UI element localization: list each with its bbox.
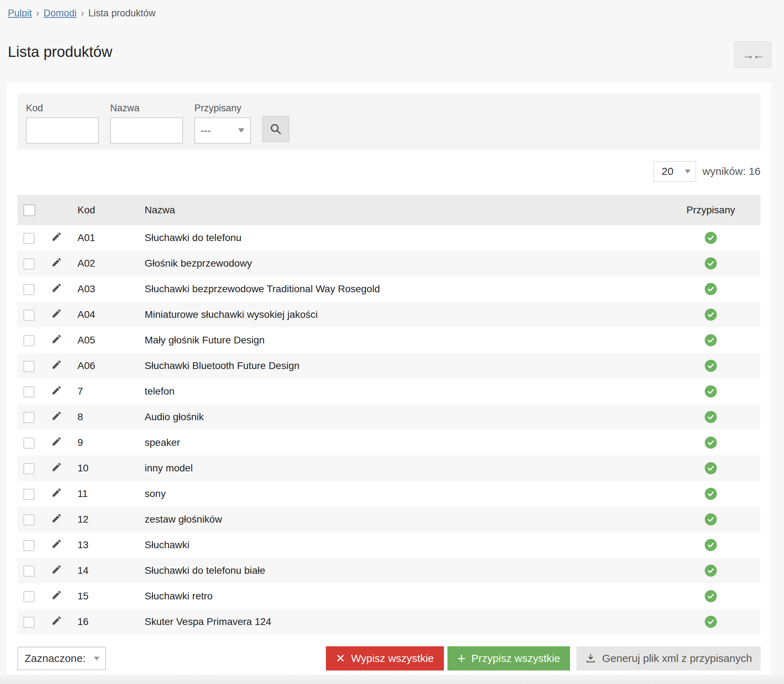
product-code: 8 — [75, 404, 142, 430]
edit-pencil-icon[interactable] — [51, 231, 62, 242]
edit-pencil-icon[interactable] — [51, 487, 62, 498]
product-name: speaker — [142, 430, 661, 455]
edit-pencil-icon[interactable] — [51, 410, 62, 421]
collapse-panel-button[interactable]: →← — [734, 42, 771, 68]
row-checkbox[interactable] — [23, 284, 34, 295]
breadcrumb-current: Lista produktów — [89, 8, 156, 19]
product-code: 14 — [75, 558, 142, 583]
table-row: A05 Mały głośnik Future Design — [18, 327, 761, 353]
product-name: Słuchawki — [142, 532, 661, 558]
nazwa-label: Nazwa — [110, 103, 183, 114]
row-checkbox[interactable] — [23, 361, 34, 372]
assigned-check-icon — [705, 488, 717, 500]
page-footer-strip — [0, 675, 784, 684]
product-table: Kod Nazwa Przypisany A01 Słuchawki do te… — [18, 195, 761, 635]
row-checkbox[interactable] — [23, 515, 34, 526]
product-name: Mały głośnik Future Design — [142, 327, 661, 353]
product-name: Słuchawki do telefonu — [142, 225, 661, 251]
header-kod: Kod — [75, 195, 142, 225]
edit-pencil-icon[interactable] — [51, 359, 62, 370]
product-code: A01 — [75, 225, 142, 251]
row-checkbox[interactable] — [23, 540, 34, 551]
filter-field-nazwa: Nazwa — [110, 103, 183, 144]
product-code: 15 — [75, 583, 142, 609]
chevron-down-icon — [685, 169, 691, 174]
edit-pencil-icon[interactable] — [51, 308, 62, 319]
row-checkbox[interactable] — [23, 258, 34, 269]
filter-field-przypisany: Przypisany --- — [195, 103, 251, 144]
row-checkbox[interactable] — [23, 310, 34, 321]
przypisany-select[interactable]: --- — [195, 117, 251, 144]
assigned-check-icon — [705, 437, 717, 448]
search-button[interactable] — [262, 116, 289, 142]
page-title: Lista produktów — [8, 44, 112, 60]
row-checkbox[interactable] — [23, 386, 34, 397]
product-code: A06 — [75, 353, 142, 379]
generate-xml-label: Generuj plik xml z przypisanych — [602, 652, 752, 665]
assigned-check-icon — [705, 513, 717, 526]
download-icon — [585, 653, 596, 664]
breadcrumb-link-pulpit[interactable]: Pulpit — [8, 8, 32, 19]
edit-pencil-icon[interactable] — [51, 538, 62, 549]
search-icon — [269, 123, 282, 136]
table-row: 9 speaker — [18, 430, 761, 455]
edit-pencil-icon[interactable] — [51, 334, 62, 345]
row-checkbox[interactable] — [23, 438, 34, 448]
product-code: A03 — [75, 276, 142, 302]
actions-bar: Zaznaczone: ✕ Wypisz wszystkie + Przypis… — [18, 646, 761, 671]
unassign-all-button[interactable]: ✕ Wypisz wszystkie — [326, 646, 444, 671]
edit-pencil-icon[interactable] — [51, 461, 62, 473]
edit-pencil-icon[interactable] — [51, 513, 62, 524]
row-checkbox[interactable] — [23, 335, 34, 346]
product-code: 12 — [75, 507, 142, 532]
table-row: 11 sony — [18, 481, 761, 507]
row-checkbox[interactable] — [23, 566, 34, 577]
assigned-check-icon — [705, 386, 717, 397]
product-name: Audio głośnik — [142, 404, 661, 430]
page-size-select[interactable]: 20 — [653, 161, 696, 182]
product-code: A05 — [75, 327, 142, 353]
kod-input[interactable] — [26, 117, 99, 144]
generate-xml-button[interactable]: Generuj plik xml z przypisanych — [576, 646, 761, 671]
product-name: inny model — [142, 455, 661, 481]
pagination-row: 20 wyników: 16 — [18, 161, 761, 182]
product-name: Słuchawki Bluetooth Future Design — [142, 353, 661, 379]
table-row: A01 Słuchawki do telefonu — [18, 225, 761, 251]
breadcrumb-link-domodi[interactable]: Domodi — [44, 8, 77, 19]
unassign-all-label: Wypisz wszystkie — [351, 652, 434, 665]
select-all-checkbox[interactable] — [23, 205, 35, 216]
row-checkbox[interactable] — [23, 489, 34, 500]
results-count: wyników: 16 — [703, 165, 761, 177]
assigned-check-icon — [705, 590, 717, 602]
edit-pencil-icon[interactable] — [51, 436, 62, 447]
product-code: 11 — [75, 481, 142, 507]
table-row: 14 Słuchawki do telefonu białe — [18, 558, 761, 583]
selected-actions-select[interactable]: Zaznaczone: — [18, 647, 106, 670]
edit-pencil-icon[interactable] — [51, 589, 62, 600]
assigned-check-icon — [705, 308, 717, 321]
breadcrumb-separator: › — [81, 8, 84, 19]
product-name: Skuter Vespa Primavera 124 — [142, 609, 661, 635]
edit-pencil-icon[interactable] — [51, 282, 62, 293]
chevron-down-icon — [94, 657, 100, 661]
plus-icon: + — [457, 651, 465, 666]
przypisany-select-value: --- — [201, 125, 211, 136]
header-przypisany: Przypisany — [661, 195, 761, 225]
edit-pencil-icon[interactable] — [51, 615, 62, 626]
assigned-check-icon — [705, 565, 717, 577]
kod-label: Kod — [26, 103, 99, 114]
row-checkbox[interactable] — [23, 412, 34, 423]
nazwa-input[interactable] — [110, 117, 183, 144]
edit-pencil-icon[interactable] — [51, 256, 62, 268]
row-checkbox[interactable] — [23, 617, 34, 628]
assigned-check-icon — [705, 283, 717, 295]
assigned-check-icon — [705, 334, 717, 346]
row-checkbox[interactable] — [23, 591, 34, 602]
row-checkbox[interactable] — [23, 463, 34, 474]
product-code: 13 — [75, 532, 142, 558]
assign-all-button[interactable]: + Przypisz wszystkie — [448, 646, 570, 671]
product-name: Słuchawki do telefonu białe — [142, 558, 661, 583]
edit-pencil-icon[interactable] — [51, 385, 62, 396]
row-checkbox[interactable] — [23, 233, 34, 244]
edit-pencil-icon[interactable] — [51, 564, 62, 575]
